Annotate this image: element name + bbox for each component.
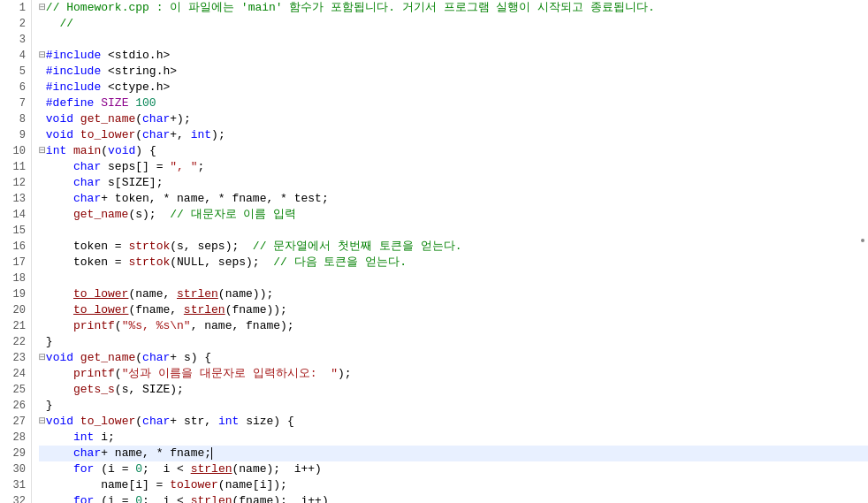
code-text-10a: int [46, 143, 73, 159]
code-line-14: get_name(s); // 대문자로 이름 입력 [39, 207, 868, 223]
code-line-13: char+ token, * name, * fname, * test; [39, 191, 868, 207]
code-text-19b: to_lower [73, 286, 128, 302]
code-text-9c: to_lower [80, 127, 135, 143]
code-line-26: } [39, 398, 868, 414]
code-text-30c: (i = [101, 461, 135, 477]
code-text-9d: ( [135, 127, 142, 143]
code-text-29b: char [73, 446, 101, 461]
code-text-21c: ( [115, 318, 122, 334]
fold-icon-27[interactable]: ⊟ [39, 414, 46, 430]
code-line-25: gets_s(s, SIZE); [39, 382, 868, 398]
text-cursor [211, 447, 212, 460]
code-line-15 [39, 223, 868, 239]
code-text-11a [39, 159, 73, 175]
code-line-31: name[i] = tolower(name[i]); [39, 477, 868, 493]
code-text-11d: ", " [170, 159, 197, 175]
ln-4: 4 [0, 48, 26, 64]
ln-1: 1 [0, 0, 26, 16]
fold-icon-10[interactable]: ⊟ [39, 143, 46, 159]
ln-8: 8 [0, 111, 26, 127]
code-text-19c: (name, [128, 286, 177, 302]
code-text-23e: + s) { [170, 350, 211, 366]
code-text-8e: char [142, 111, 170, 127]
code-text-32f: strlen [191, 493, 232, 503]
code-line-8: void get_name(char+); [39, 111, 868, 127]
ln-12: 12 [0, 175, 26, 191]
code-text-16c: (s, seps); [170, 239, 253, 255]
code-text-9b: void [46, 127, 80, 143]
code-line-24: printf("성과 이름을 대문자로 입력하시오: "); [39, 366, 868, 382]
code-line-9: void to_lower(char+, int); [39, 127, 868, 143]
code-text-23a: void [46, 350, 80, 366]
code-text-14b: get_name [73, 207, 128, 223]
code-text-1: // Homework.cpp : 이 파일에는 'main' 함수가 포함됩니… [46, 0, 655, 16]
code-text-20a [39, 302, 73, 318]
code-text-30a [39, 461, 73, 477]
code-line-30: for (i = 0; i < strlen(name); i++) [39, 461, 868, 477]
code-text-24c: ( [115, 366, 122, 382]
code-line-28: int i; [39, 430, 868, 446]
code-text-9e: char [142, 127, 170, 143]
code-line-10: ⊟int main(void) { [39, 143, 868, 159]
code-text-21e: , name, fname); [191, 318, 294, 334]
code-text-23b: get_name [80, 350, 135, 366]
code-text-20e: (fname)); [225, 302, 287, 318]
code-text-27d: char [142, 414, 170, 430]
code-line-7: #define SIZE 100 [39, 95, 868, 111]
code-text-12a [39, 175, 73, 191]
code-text-7: #define [46, 95, 101, 111]
code-text-27g: size) { [246, 414, 294, 430]
code-line-16: token = strtok(s, seps); // 문자열에서 첫번째 토큰… [39, 239, 868, 255]
ln-6: 6 [0, 80, 26, 95]
code-text-10e: ) { [135, 143, 156, 159]
code-text-6a [39, 80, 46, 95]
code-text-32d: 0 [135, 493, 142, 503]
code-text-14c: (s); [128, 207, 170, 223]
code-text-16a: token = [39, 239, 128, 255]
ln-30: 30 [0, 461, 26, 477]
code-text-24d: "성과 이름을 대문자로 입력하시오: " [122, 366, 338, 382]
code-text-12b: char [73, 175, 108, 191]
code-text-5: #include [46, 64, 108, 80]
code-line-27: ⊟void to_lower(char+ str, int size) { [39, 414, 868, 430]
code-text-28a [39, 430, 73, 446]
code-line-18 [39, 271, 868, 286]
code-line-22: } [39, 334, 868, 350]
code-text-8a [39, 111, 46, 127]
code-line-6: #include <ctype.h> [39, 80, 868, 95]
code-text-21a [39, 318, 73, 334]
code-text-26: } [39, 398, 53, 414]
ln-23: 23 [0, 350, 26, 366]
code-line-17: token = strtok(NULL, seps); // 다음 토큰을 얻는… [39, 255, 868, 271]
code-text-8f: +); [170, 111, 190, 127]
code-text-19a [39, 286, 73, 302]
code-line-12: char s[SIZE]; [39, 175, 868, 191]
code-text-13b: char [73, 191, 101, 207]
code-text-30f: strlen [191, 461, 232, 477]
code-text-27b: to_lower [80, 414, 135, 430]
code-text-30d: 0 [135, 461, 142, 477]
code-text-25a [39, 382, 73, 398]
code-text-17d: // 다음 토큰을 얻는다. [273, 255, 407, 271]
code-text-9g: int [191, 127, 211, 143]
code-line-1: ⊟// Homework.cpp : 이 파일에는 'main' 함수가 포함됩… [39, 0, 868, 16]
code-text-32c: (i = [101, 493, 135, 503]
code-content[interactable]: ⊟// Homework.cpp : 이 파일에는 'main' 함수가 포함됩… [32, 0, 868, 503]
code-text-29c: + name, * fname; [101, 446, 211, 461]
code-text-31c: (name[i]); [218, 477, 287, 493]
code-text-4b: <stdio.h> [108, 48, 170, 64]
code-text-20b: to_lower [73, 302, 128, 318]
code-text-14d: // 대문자로 이름 입력 [170, 207, 296, 223]
code-text-30b: for [73, 461, 101, 477]
code-text-24a [39, 366, 73, 382]
code-text-17b: strtok [128, 255, 170, 271]
fold-icon-1[interactable]: ⊟ [39, 0, 46, 16]
fold-icon-23[interactable]: ⊟ [39, 350, 46, 366]
code-text-27c: ( [135, 414, 142, 430]
code-text-20d: strlen [184, 302, 225, 318]
code-text-12c: s[SIZE]; [108, 175, 163, 191]
ln-17: 17 [0, 255, 26, 271]
code-text-10b: main [73, 143, 101, 159]
fold-icon-4[interactable]: ⊟ [39, 48, 46, 64]
code-text-2: // [39, 16, 73, 32]
